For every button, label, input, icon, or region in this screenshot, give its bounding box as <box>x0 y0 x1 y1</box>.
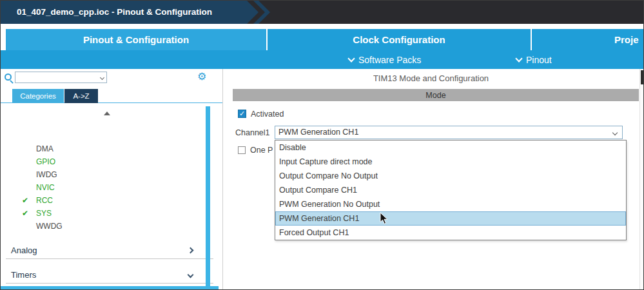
peripheral-label: DMA <box>36 144 54 153</box>
dropdown-option[interactable]: Output Compare CH1 <box>275 183 626 197</box>
peripheral-list: DMA GPIO IWDG NVIC ✔ RCC ✔ SYS WWDG <box>1 142 200 233</box>
section-label: Analog <box>11 246 37 255</box>
search-input[interactable] <box>16 73 96 82</box>
channel1-value: PWM Generation CH1 <box>278 128 358 137</box>
peripheral-label: WWDG <box>36 222 63 231</box>
peripheral-label: GPIO <box>36 157 55 166</box>
section-timers[interactable]: Timers <box>6 266 213 284</box>
peripheral-item-gpio[interactable]: GPIO <box>1 155 200 168</box>
mouse-cursor <box>380 212 389 227</box>
check-icon: ✔ <box>22 207 28 220</box>
peripheral-item-nvic[interactable]: NVIC <box>1 181 200 194</box>
mode-configuration-panel: TIM13 Mode and Configuration Mode ✓ Acti… <box>223 69 644 290</box>
section-label: Timers <box>11 270 36 280</box>
peripheral-item-wwdg[interactable]: WWDG <box>1 220 200 233</box>
tab-a-z[interactable]: A->Z <box>64 89 98 103</box>
section-analog[interactable]: Analog <box>6 242 213 259</box>
peripheral-label: SYS <box>36 209 52 218</box>
peripheral-label: RCC <box>36 196 53 205</box>
scrollbar-thumb[interactable] <box>641 70 644 84</box>
peripheral-item-sys[interactable]: ✔ SYS <box>1 207 200 220</box>
peripherals-sidebar: ⚙ Categories A->Z DMA GPIO IWDG NVIC ✔ R… <box>1 69 223 290</box>
tab-clock-configuration[interactable]: Clock Configuration <box>268 29 531 50</box>
panel-title: TIM13 Mode and Configuration <box>223 73 639 83</box>
tab-categories[interactable]: Categories <box>12 89 64 103</box>
dropdown-option[interactable]: Disable <box>275 140 626 155</box>
channel1-label: Channel1 <box>235 128 270 137</box>
channel1-dropdown-list: Disable Input Capture direct mode Output… <box>275 140 627 240</box>
combobox-dropdown-icon[interactable] <box>100 75 104 80</box>
main-vertical-scrollbar[interactable] <box>639 69 644 290</box>
dropdown-option-highlighted[interactable]: PWM Generation CH1 <box>275 211 626 226</box>
sidebar-vertical-scrollbar[interactable] <box>206 106 210 287</box>
breadcrumb[interactable]: 01_407_demo_cpp.ioc - Pinout & Configura… <box>1 1 259 24</box>
sidebar-horizontal-scrollbar[interactable] <box>1 286 219 290</box>
scroll-up-icon[interactable] <box>104 111 110 115</box>
peripheral-item-iwdg[interactable]: IWDG <box>1 168 200 181</box>
chevron-down-icon <box>515 55 522 62</box>
select-chevron-icon <box>612 130 618 135</box>
gear-icon[interactable]: ⚙ <box>197 70 206 83</box>
peripheral-label: IWDG <box>36 170 57 179</box>
mode-header: Mode <box>233 89 639 101</box>
titlebar: 01_407_demo_cpp.ioc - Pinout & Configura… <box>1 1 643 24</box>
one-pulse-label: One P <box>250 146 273 155</box>
dropdown-option[interactable]: PWM Generation No Output <box>275 197 626 211</box>
app-window: 01_407_demo_cpp.ioc - Pinout & Configura… <box>0 0 644 290</box>
main-tabbar: Pinout & Configuration Clock Configurati… <box>1 29 643 50</box>
chevron-down-icon <box>188 271 194 278</box>
search-combobox[interactable] <box>15 72 107 83</box>
tab-pinout-configuration[interactable]: Pinout & Configuration <box>6 29 266 50</box>
dropdown-option[interactable]: Output Compare No Output <box>275 169 626 183</box>
search-icon <box>5 73 12 81</box>
channel1-select[interactable]: PWM Generation CH1 <box>275 126 623 139</box>
pinout-label: Pinout <box>526 55 552 65</box>
software-packs-label: Software Packs <box>358 55 421 65</box>
peripheral-item-dma[interactable]: DMA <box>1 142 200 155</box>
chevron-right-icon <box>188 247 194 253</box>
sub-navbar: Software Packs Pinout <box>1 50 643 69</box>
check-icon: ✔ <box>22 194 28 207</box>
peripheral-label: NVIC <box>36 183 55 192</box>
sidebar-tabs: Categories A->Z <box>1 89 222 103</box>
dropdown-option[interactable]: Forced Output CH1 <box>275 226 626 240</box>
pinout-menu[interactable]: Pinout <box>516 50 552 69</box>
chevron-down-icon <box>347 55 355 62</box>
peripheral-item-rcc[interactable]: ✔ RCC <box>1 194 200 207</box>
activated-checkbox[interactable]: ✓ <box>238 110 246 118</box>
software-packs-menu[interactable]: Software Packs <box>349 50 421 69</box>
dropdown-option[interactable]: Input Capture direct mode <box>275 155 626 169</box>
one-pulse-checkbox[interactable] <box>238 146 246 154</box>
activated-label: Activated <box>251 110 284 119</box>
tab-project-manager[interactable]: Proje <box>532 29 644 50</box>
